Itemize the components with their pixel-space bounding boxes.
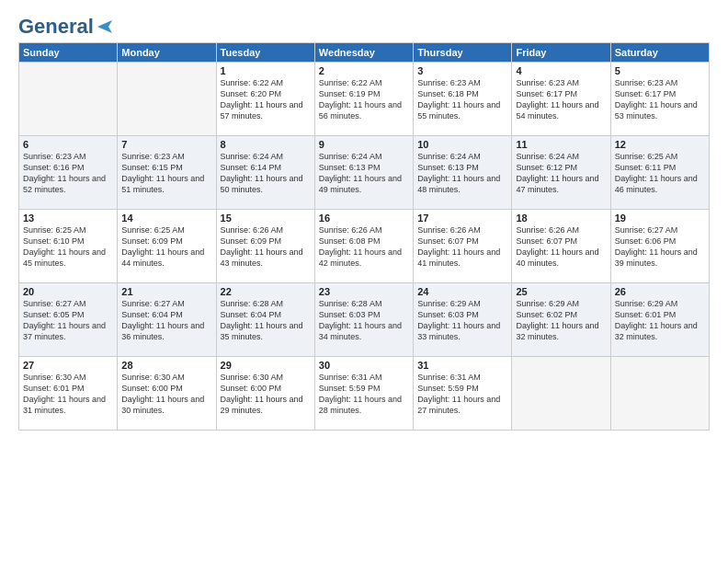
day-number: 12 bbox=[615, 139, 705, 150]
calendar-header-row: SundayMondayTuesdayWednesdayThursdayFrid… bbox=[19, 43, 710, 63]
cell-info: Sunrise: 6:28 AM Sunset: 6:04 PM Dayligh… bbox=[221, 298, 311, 343]
calendar-cell: 16Sunrise: 6:26 AM Sunset: 6:08 PM Dayli… bbox=[314, 210, 413, 283]
calendar-cell: 18Sunrise: 6:26 AM Sunset: 6:07 PM Dayli… bbox=[512, 210, 610, 283]
cell-info: Sunrise: 6:25 AM Sunset: 6:10 PM Dayligh… bbox=[23, 224, 113, 270]
cell-info: Sunrise: 6:25 AM Sunset: 6:09 PM Dayligh… bbox=[121, 224, 211, 270]
cell-info: Sunrise: 6:31 AM Sunset: 5:59 PM Dayligh… bbox=[319, 372, 409, 417]
cell-info: Sunrise: 6:22 AM Sunset: 6:20 PM Dayligh… bbox=[221, 77, 311, 122]
cell-info: Sunrise: 6:30 AM Sunset: 6:00 PM Dayligh… bbox=[121, 372, 211, 417]
cell-info: Sunrise: 6:23 AM Sunset: 6:16 PM Dayligh… bbox=[23, 151, 113, 196]
calendar-cell bbox=[118, 63, 216, 136]
day-number: 18 bbox=[516, 213, 606, 224]
col-header-sunday: Sunday bbox=[19, 43, 118, 63]
cell-info: Sunrise: 6:26 AM Sunset: 6:07 PM Dayligh… bbox=[516, 224, 606, 270]
calendar-cell: 26Sunrise: 6:29 AM Sunset: 6:01 PM Dayli… bbox=[610, 283, 709, 357]
col-header-tuesday: Tuesday bbox=[216, 43, 314, 63]
calendar-cell: 19Sunrise: 6:27 AM Sunset: 6:06 PM Dayli… bbox=[610, 210, 709, 283]
calendar-cell: 11Sunrise: 6:24 AM Sunset: 6:12 PM Dayli… bbox=[512, 136, 610, 210]
cell-info: Sunrise: 6:29 AM Sunset: 6:01 PM Dayligh… bbox=[615, 298, 705, 343]
calendar-cell: 30Sunrise: 6:31 AM Sunset: 5:59 PM Dayli… bbox=[314, 357, 413, 431]
calendar-cell: 21Sunrise: 6:27 AM Sunset: 6:04 PM Dayli… bbox=[118, 283, 216, 357]
day-number: 15 bbox=[221, 213, 311, 224]
calendar-cell: 24Sunrise: 6:29 AM Sunset: 6:03 PM Dayli… bbox=[414, 283, 512, 357]
cell-info: Sunrise: 6:24 AM Sunset: 6:13 PM Dayligh… bbox=[417, 151, 507, 196]
calendar-cell: 17Sunrise: 6:26 AM Sunset: 6:07 PM Dayli… bbox=[414, 210, 512, 283]
col-header-monday: Monday bbox=[118, 43, 216, 63]
week-row-5: 27Sunrise: 6:30 AM Sunset: 6:01 PM Dayli… bbox=[19, 357, 710, 431]
col-header-wednesday: Wednesday bbox=[314, 43, 413, 63]
calendar-cell: 13Sunrise: 6:25 AM Sunset: 6:10 PM Dayli… bbox=[19, 210, 118, 283]
calendar-cell: 8Sunrise: 6:24 AM Sunset: 6:14 PM Daylig… bbox=[216, 136, 314, 210]
calendar-cell: 20Sunrise: 6:27 AM Sunset: 6:05 PM Dayli… bbox=[19, 283, 118, 357]
cell-info: Sunrise: 6:26 AM Sunset: 6:09 PM Dayligh… bbox=[221, 224, 311, 270]
calendar-cell: 3Sunrise: 6:23 AM Sunset: 6:18 PM Daylig… bbox=[414, 63, 512, 136]
cell-info: Sunrise: 6:28 AM Sunset: 6:03 PM Dayligh… bbox=[319, 298, 409, 343]
svg-marker-0 bbox=[97, 20, 112, 33]
calendar-cell: 27Sunrise: 6:30 AM Sunset: 6:01 PM Dayli… bbox=[19, 357, 118, 431]
day-number: 13 bbox=[23, 213, 113, 224]
calendar-cell: 23Sunrise: 6:28 AM Sunset: 6:03 PM Dayli… bbox=[314, 283, 413, 357]
col-header-thursday: Thursday bbox=[414, 43, 512, 63]
cell-info: Sunrise: 6:30 AM Sunset: 6:00 PM Dayligh… bbox=[221, 372, 311, 417]
cell-info: Sunrise: 6:23 AM Sunset: 6:18 PM Dayligh… bbox=[417, 77, 507, 122]
calendar-cell bbox=[19, 63, 118, 136]
day-number: 16 bbox=[319, 213, 409, 224]
calendar-cell: 29Sunrise: 6:30 AM Sunset: 6:00 PM Dayli… bbox=[216, 357, 314, 431]
calendar-cell: 7Sunrise: 6:23 AM Sunset: 6:15 PM Daylig… bbox=[118, 136, 216, 210]
logo-bird-icon bbox=[96, 18, 114, 35]
day-number: 31 bbox=[417, 360, 507, 371]
day-number: 9 bbox=[319, 139, 409, 150]
calendar-cell: 6Sunrise: 6:23 AM Sunset: 6:16 PM Daylig… bbox=[19, 136, 118, 210]
day-number: 11 bbox=[516, 139, 606, 150]
day-number: 10 bbox=[417, 139, 507, 150]
calendar-cell: 5Sunrise: 6:23 AM Sunset: 6:17 PM Daylig… bbox=[610, 63, 709, 136]
day-number: 27 bbox=[23, 360, 113, 371]
week-row-1: 1Sunrise: 6:22 AM Sunset: 6:20 PM Daylig… bbox=[19, 63, 710, 136]
cell-info: Sunrise: 6:31 AM Sunset: 5:59 PM Dayligh… bbox=[417, 372, 507, 417]
col-header-saturday: Saturday bbox=[610, 43, 709, 63]
day-number: 5 bbox=[615, 65, 705, 76]
week-row-2: 6Sunrise: 6:23 AM Sunset: 6:16 PM Daylig… bbox=[19, 136, 710, 210]
cell-info: Sunrise: 6:22 AM Sunset: 6:19 PM Dayligh… bbox=[319, 77, 409, 122]
calendar-cell: 28Sunrise: 6:30 AM Sunset: 6:00 PM Dayli… bbox=[118, 357, 216, 431]
day-number: 8 bbox=[221, 139, 311, 150]
cell-info: Sunrise: 6:26 AM Sunset: 6:08 PM Dayligh… bbox=[319, 224, 409, 270]
day-number: 30 bbox=[319, 360, 409, 371]
cell-info: Sunrise: 6:27 AM Sunset: 6:06 PM Dayligh… bbox=[615, 224, 705, 270]
col-header-friday: Friday bbox=[512, 43, 610, 63]
cell-info: Sunrise: 6:27 AM Sunset: 6:05 PM Dayligh… bbox=[23, 298, 113, 343]
calendar-cell: 2Sunrise: 6:22 AM Sunset: 6:19 PM Daylig… bbox=[314, 63, 413, 136]
calendar-cell: 1Sunrise: 6:22 AM Sunset: 6:20 PM Daylig… bbox=[216, 63, 314, 136]
calendar-cell: 22Sunrise: 6:28 AM Sunset: 6:04 PM Dayli… bbox=[216, 283, 314, 357]
day-number: 4 bbox=[516, 65, 606, 76]
calendar-cell bbox=[512, 357, 610, 431]
calendar-cell: 31Sunrise: 6:31 AM Sunset: 5:59 PM Dayli… bbox=[414, 357, 512, 431]
cell-info: Sunrise: 6:24 AM Sunset: 6:13 PM Dayligh… bbox=[319, 151, 409, 196]
day-number: 29 bbox=[221, 360, 311, 371]
cell-info: Sunrise: 6:24 AM Sunset: 6:12 PM Dayligh… bbox=[516, 151, 606, 196]
logo-general: General bbox=[18, 15, 94, 39]
calendar-cell: 14Sunrise: 6:25 AM Sunset: 6:09 PM Dayli… bbox=[118, 210, 216, 283]
cell-info: Sunrise: 6:30 AM Sunset: 6:01 PM Dayligh… bbox=[23, 372, 113, 417]
day-number: 19 bbox=[615, 213, 705, 224]
page: General SundayMondayTuesdayWednesdayThur… bbox=[0, 0, 728, 563]
day-number: 2 bbox=[319, 65, 409, 76]
calendar-cell: 15Sunrise: 6:26 AM Sunset: 6:09 PM Dayli… bbox=[216, 210, 314, 283]
day-number: 25 bbox=[516, 286, 606, 297]
day-number: 6 bbox=[23, 139, 113, 150]
day-number: 3 bbox=[417, 65, 507, 76]
week-row-3: 13Sunrise: 6:25 AM Sunset: 6:10 PM Dayli… bbox=[19, 210, 710, 283]
day-number: 24 bbox=[417, 286, 507, 297]
day-number: 21 bbox=[121, 286, 211, 297]
cell-info: Sunrise: 6:23 AM Sunset: 6:15 PM Dayligh… bbox=[121, 151, 211, 196]
cell-info: Sunrise: 6:23 AM Sunset: 6:17 PM Dayligh… bbox=[516, 77, 606, 122]
week-row-4: 20Sunrise: 6:27 AM Sunset: 6:05 PM Dayli… bbox=[19, 283, 710, 357]
day-number: 14 bbox=[121, 213, 211, 224]
calendar-cell: 25Sunrise: 6:29 AM Sunset: 6:02 PM Dayli… bbox=[512, 283, 610, 357]
calendar-cell bbox=[610, 357, 709, 431]
calendar-cell: 4Sunrise: 6:23 AM Sunset: 6:17 PM Daylig… bbox=[512, 63, 610, 136]
calendar-table: SundayMondayTuesdayWednesdayThursdayFrid… bbox=[18, 42, 710, 431]
cell-info: Sunrise: 6:24 AM Sunset: 6:14 PM Dayligh… bbox=[221, 151, 311, 196]
day-number: 17 bbox=[417, 213, 507, 224]
cell-info: Sunrise: 6:29 AM Sunset: 6:02 PM Dayligh… bbox=[516, 298, 606, 343]
